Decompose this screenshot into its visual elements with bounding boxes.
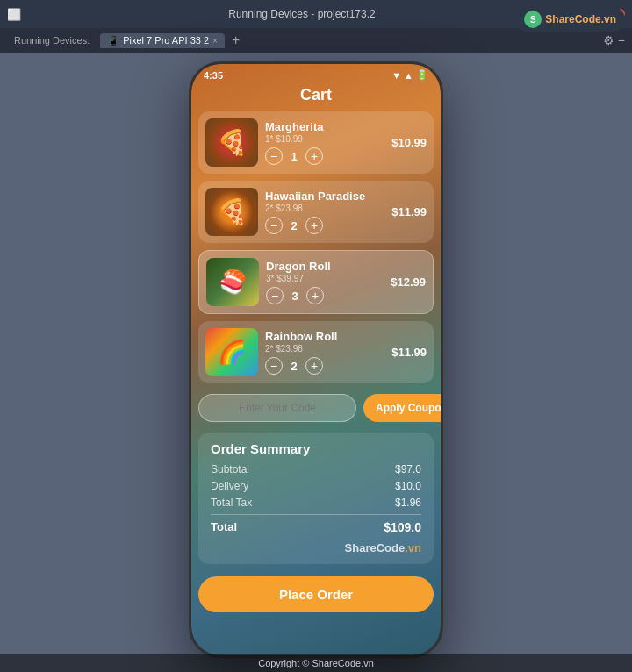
- watermark-brand: S ShareCode.vn: [515, 7, 625, 32]
- item-meta-rainbow: 2* $23.98: [265, 344, 384, 354]
- window-title: Running Devices - project173.2: [28, 8, 576, 20]
- item-meta-dragon: 3* $39.97: [266, 274, 384, 283]
- status-icons: ▼ ▲ 🔋: [391, 69, 428, 81]
- qty-decrease-rainbow[interactable]: −: [265, 357, 283, 375]
- phone-frame: 4:35 ▼ ▲ 🔋 Cart 🍕 Margherita: [189, 61, 443, 658]
- wifi-icon: ▼: [391, 70, 401, 81]
- item-name-hawaiian: Hawaiian Paradise: [265, 189, 384, 203]
- coupon-input[interactable]: [198, 394, 356, 422]
- battery-icon: 🔋: [416, 69, 428, 81]
- qty-number-rainbow: 2: [288, 360, 300, 373]
- tax-label: Total Tax: [211, 497, 252, 509]
- item-controls-margherita: − 1 +: [265, 147, 384, 165]
- item-price-dragon: $12.99: [391, 275, 426, 289]
- qty-decrease-margherita[interactable]: −: [265, 147, 283, 165]
- summary-row-total: Total $109.0: [211, 514, 421, 534]
- item-price-rainbow: $11.99: [391, 346, 427, 359]
- main-area: 4:35 ▼ ▲ 🔋 Cart 🍕 Margherita: [0, 53, 632, 672]
- item-meta-hawaiian: 2* $23.98: [265, 204, 384, 213]
- coupon-section: Apply Coupon: [191, 383, 441, 429]
- qty-increase-rainbow[interactable]: +: [305, 357, 323, 375]
- tab-pixel-device[interactable]: 📱 Pixel 7 Pro API 33 2 ×: [100, 33, 225, 48]
- subtotal-value: $97.0: [395, 463, 421, 475]
- tab-running-devices-label: Running Devices:: [7, 33, 97, 47]
- status-bar: 4:35 ▼ ▲ 🔋: [191, 64, 441, 82]
- signal-icon: ▲: [404, 70, 413, 81]
- phone-screen: 4:35 ▼ ▲ 🔋 Cart 🍕 Margherita: [191, 64, 441, 655]
- qty-decrease-dragon[interactable]: −: [266, 287, 284, 304]
- order-summary: Order Summary Subtotal $97.0 Delivery $1…: [198, 433, 434, 564]
- place-order-section: Place Order: [191, 568, 441, 625]
- qty-increase-hawaiian[interactable]: +: [305, 217, 323, 234]
- item-image-margherita: 🍕: [205, 118, 258, 167]
- device-icon: 📱: [107, 35, 119, 46]
- item-controls-dragon: − 3 +: [266, 287, 384, 304]
- apply-coupon-button[interactable]: Apply Coupon: [363, 394, 441, 422]
- delivery-label: Delivery: [211, 480, 248, 492]
- subtotal-label: Subtotal: [211, 463, 249, 475]
- item-details-dragon: Dragon Roll 3* $39.97 − 3 +: [266, 260, 384, 304]
- qty-decrease-hawaiian[interactable]: −: [265, 217, 283, 234]
- cart-item-rainbow: 🌈 Rainbow Roll 2* $23.98 − 2 + $11.99: [198, 321, 434, 383]
- copyright-bar: Copyright © ShareCode.vn: [0, 654, 632, 672]
- item-image-rainbow: 🌈: [205, 328, 258, 376]
- tab-close-window-icon[interactable]: −: [618, 33, 625, 47]
- window-icon: ⬜: [7, 8, 21, 21]
- tax-value: $1.96: [395, 497, 421, 509]
- place-order-button[interactable]: Place Order: [198, 576, 434, 612]
- qty-number-hawaiian: 2: [288, 219, 300, 232]
- summary-row-tax: Total Tax $1.96: [211, 497, 421, 509]
- tab-settings-icon[interactable]: ⚙: [603, 33, 614, 47]
- watermark-logo-icon: S: [524, 11, 542, 28]
- item-image-dragon: 🍣: [206, 258, 259, 306]
- item-details-hawaiian: Hawaiian Paradise 2* $23.98 − 2 +: [265, 189, 384, 234]
- qty-increase-dragon[interactable]: +: [306, 287, 324, 304]
- item-price-hawaiian: $11.99: [391, 205, 427, 218]
- status-time: 4:35: [204, 70, 223, 81]
- item-price-margherita: $10.99: [391, 136, 427, 149]
- qty-increase-margherita[interactable]: +: [305, 147, 323, 165]
- total-label: Total: [211, 520, 237, 534]
- cart-title: Cart: [191, 82, 441, 111]
- item-details-margherita: Margherita 1* $10.99 − 1 +: [265, 120, 384, 165]
- tab-bar: Running Devices: 📱 Pixel 7 Pro API 33 2 …: [0, 28, 632, 53]
- tab-close-icon[interactable]: ×: [212, 36, 218, 46]
- watermark-middle: ShareCode.vn: [211, 540, 421, 555]
- cart-items-list: 🍕 Margherita 1* $10.99 − 1 + $10.99: [191, 111, 441, 383]
- total-value: $109.0: [384, 520, 421, 534]
- item-details-rainbow: Rainbow Roll 2* $23.98 − 2 +: [265, 330, 384, 375]
- item-name-dragon: Dragon Roll: [266, 260, 384, 273]
- add-tab-button[interactable]: +: [228, 32, 243, 48]
- watermark-text: ShareCode.vn: [545, 13, 616, 25]
- cart-item-hawaiian: 🍕 Hawaiian Paradise 2* $23.98 − 2 + $11.…: [198, 181, 434, 243]
- item-controls-hawaiian: − 2 +: [265, 217, 384, 234]
- qty-number-margherita: 1: [288, 150, 300, 163]
- cart-item-dragon-roll: 🍣 Dragon Roll 3* $39.97 − 3 + $12.99: [198, 250, 434, 314]
- tab-pixel-label: Pixel 7 Pro API 33 2: [123, 35, 209, 46]
- summary-row-delivery: Delivery $10.0: [211, 480, 421, 492]
- item-meta-margherita: 1* $10.99: [265, 134, 384, 144]
- item-name-margherita: Margherita: [265, 120, 384, 133]
- item-image-hawaiian: 🍕: [205, 188, 258, 236]
- cart-item-margherita: 🍕 Margherita 1* $10.99 − 1 + $10.99: [198, 111, 434, 174]
- delivery-value: $10.0: [395, 480, 421, 492]
- item-name-rainbow: Rainbow Roll: [265, 330, 384, 343]
- order-summary-title: Order Summary: [211, 441, 421, 456]
- item-controls-rainbow: − 2 +: [265, 357, 384, 375]
- summary-row-subtotal: Subtotal $97.0: [211, 463, 421, 475]
- qty-number-dragon: 3: [289, 290, 301, 303]
